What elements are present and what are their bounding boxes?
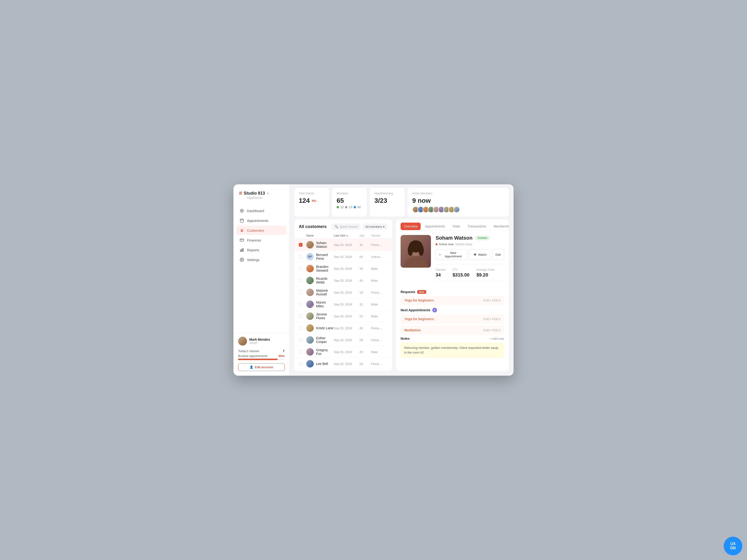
customer-row[interactable]: Kristin Lane Sep 20, 2019 26 Fema… [294, 322, 392, 334]
members-count-green: 12 [340, 205, 344, 209]
customer-row[interactable]: BP Bernard Pena Sep 20, 2019 00 Unkno… [294, 251, 392, 263]
total-clients-change: 4% ↓ [312, 199, 318, 203]
customer-name: Brandon Steward [316, 265, 334, 272]
customer-info: Esther Cooper [306, 336, 334, 344]
row-checkbox[interactable] [299, 255, 303, 259]
search-box[interactable]: 🔍 Quick Search [332, 223, 361, 230]
customer-avatar [306, 289, 314, 296]
row-checkbox[interactable] [299, 314, 303, 318]
uxdn-line2: DN [730, 546, 736, 550]
customer-row[interactable]: Ricardo Webb Sep 20, 2019 43 Male [294, 275, 392, 287]
filter-button[interactable]: All members ▾ [363, 223, 387, 230]
row-checkbox[interactable] [299, 326, 303, 330]
sidebar-item-reports[interactable]: Reports [236, 245, 286, 255]
sidebar-item-settings[interactable]: Settings [236, 255, 286, 264]
customer-last-visit: Sep 20, 2019 [334, 326, 360, 330]
sidebar-item-dashboard[interactable]: Dashboard [236, 206, 286, 215]
customer-row[interactable]: Brandon Steward Sep 20, 2019 33 Male [294, 263, 392, 275]
watch-button[interactable]: 👁️ Watch [470, 249, 490, 260]
customer-row[interactable]: Marjorie Russell Sep 20, 2019 19 Fema… [294, 287, 392, 298]
customer-row[interactable]: Jerome Flores Sep 20, 2019 23 Male [294, 310, 392, 322]
detail-top: Soham Watson Golden Active now Visited t… [401, 235, 504, 285]
th-name[interactable]: Name [306, 234, 334, 237]
customer-avatar [306, 324, 314, 332]
tab-transactions[interactable]: Transactions [464, 222, 490, 230]
customer-row[interactable]: Marvin Miles Sep 20, 2019 31 Male [294, 298, 392, 310]
new-appointment-button[interactable]: + New Appointment [436, 249, 468, 260]
tab-overview[interactable]: Overview [401, 222, 421, 230]
main-content: Total Clients 124 4% ↓ Members 65 12 13 [289, 184, 514, 376]
new-badge: New [417, 290, 426, 294]
grey-dot [345, 206, 347, 208]
sidebar-item-appointments[interactable]: Appointments [236, 216, 286, 225]
new-returning-value: 3/23 [375, 197, 400, 205]
row-checkbox[interactable] [299, 362, 303, 366]
sidebar: /// Studio 813 ▾ YogaPlanner Dashboard [233, 184, 289, 376]
customer-avatar [306, 348, 314, 355]
table-header: Name Last Visit ▼ Age Gender [294, 233, 392, 239]
customer-last-visit: Sep 20, 2019 [334, 243, 360, 247]
appointment-time: 9:00 • FEB 4 [484, 317, 500, 321]
customer-row[interactable]: Cody Williamson Sep 20, 2019 32 Female G… [294, 370, 392, 371]
tab-appointments[interactable]: Appointments [421, 222, 448, 230]
customer-row[interactable]: Esther Cooper Sep 20, 2019 28 Fema… [294, 334, 392, 346]
customer-gender: Male [371, 303, 387, 306]
row-checkbox[interactable] [299, 278, 303, 282]
brand-dropdown-icon[interactable]: ▾ [267, 192, 269, 195]
customer-avatar [306, 313, 314, 320]
progress-bar-background [238, 358, 285, 360]
row-checkbox[interactable] [299, 338, 303, 342]
customer-name: Lee Bell [316, 362, 328, 366]
active-avatars-row [412, 206, 504, 213]
row-checkbox[interactable] [299, 267, 303, 270]
row-checkbox[interactable] [299, 350, 303, 354]
note-card: Returning member, golden membership. Cli… [401, 342, 504, 358]
online-indicator [312, 246, 314, 248]
customer-row[interactable]: ✓ Soham Watson Sep 20, 2019 31 Fema… [294, 239, 392, 251]
th-gender: Gender [371, 234, 387, 237]
customer-age: 29 [360, 350, 371, 354]
customer-last-visit: Sep 20, 2019 [334, 362, 360, 366]
requests-label: Requests [401, 290, 415, 294]
customer-last-visit: Sep 20, 2019 [334, 303, 360, 306]
customer-age: 31 [360, 243, 371, 247]
th-age: Age [360, 234, 371, 237]
request-card[interactable]: Yoga for beginners 9:00 • FEB 6 [401, 296, 504, 305]
sidebar-item-customers[interactable]: Customers [236, 225, 286, 235]
customer-last-visit: Sep 20, 2019 [334, 267, 360, 270]
add-note-button[interactable]: + Add note [490, 337, 504, 341]
edit-account-button[interactable]: 👤 Edit account [238, 363, 285, 371]
customer-gender: Fema… [371, 291, 387, 294]
th-last-visit[interactable]: Last Visit ▼ [334, 234, 360, 237]
customer-row[interactable]: Gregory Fox Sep 20, 2019 29 Male [294, 346, 392, 358]
appointment-card[interactable]: Meditation 9:00 • FEB 5 [401, 325, 504, 335]
progress-bar-fill [238, 358, 278, 360]
customer-info: Gregory Fox [306, 348, 334, 355]
edit-button[interactable]: Edit [492, 249, 504, 260]
appointment-card[interactable]: Yoga for beginners 9:00 • FEB 4 [401, 314, 504, 324]
sidebar-nav: Dashboard Appointments [233, 206, 289, 331]
customer-gender: Fema… [371, 243, 387, 247]
tab-membership[interactable]: Membership [490, 222, 509, 230]
panel-controls: 🔍 Quick Search All members ▾ [332, 223, 387, 230]
total-clients-label: Total Clients [299, 192, 325, 195]
customer-age: 23 [360, 362, 371, 366]
customer-name: Esther Cooper [316, 336, 334, 344]
customer-avatar [306, 360, 314, 368]
customer-photo [401, 235, 431, 268]
detail-body: Soham Watson Golden Active now Visited t… [396, 230, 509, 371]
sidebar-item-finances[interactable]: Finances [236, 235, 286, 245]
row-checkbox[interactable] [299, 302, 303, 306]
user-avatar [238, 337, 247, 346]
row-checkbox[interactable] [299, 291, 303, 294]
notes-header: Notes + Add note [401, 337, 504, 341]
customer-gender: Unkno… [371, 255, 387, 259]
metrics-row: Classes 34 LTV $315.00 Average Order $9.… [436, 264, 504, 282]
customer-avatar [306, 277, 314, 284]
customer-age: 31 [360, 303, 371, 306]
customer-row[interactable]: Lee Bell Sep 20, 2019 23 Fema… [294, 358, 392, 370]
row-checkbox[interactable]: ✓ [299, 243, 303, 247]
tab-visits[interactable]: Visits [449, 222, 463, 230]
edit-account-label: Edit account [255, 365, 273, 369]
customer-info: Ricardo Webb [306, 277, 334, 284]
